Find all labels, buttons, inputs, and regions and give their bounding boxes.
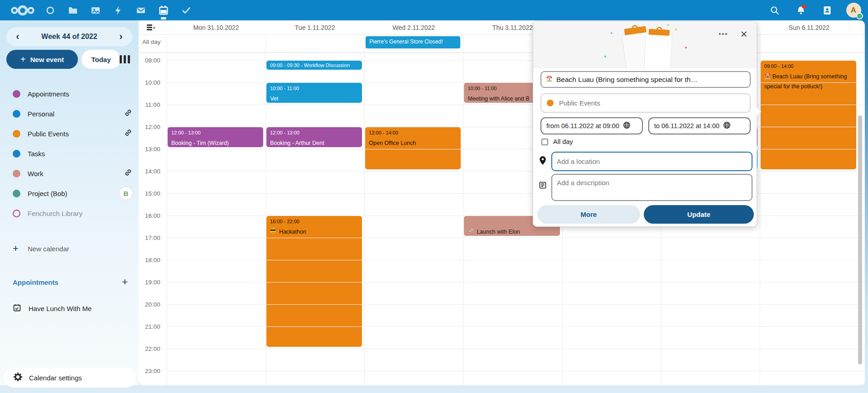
start-datetime-value: from 06.11.2022 at 09:00 <box>546 122 619 129</box>
dashboard-icon[interactable] <box>39 0 62 20</box>
all-day-checkbox[interactable] <box>541 139 548 145</box>
tasks-icon[interactable] <box>175 0 198 20</box>
hour-gridline <box>167 82 865 83</box>
notifications-bell-icon[interactable] <box>791 0 811 20</box>
calendar-event[interactable]: 09:00 - 14:00Beach Luau (Bring something… <box>761 61 856 169</box>
plus-icon: + <box>13 243 28 254</box>
hour-gridline <box>167 149 865 149</box>
calendar-label: Personal <box>28 110 124 118</box>
user-menu[interactable]: A <box>844 0 863 20</box>
day-header: Sun 6.11.2022 <box>760 20 858 34</box>
event-time: 12:00 - 14:00 <box>369 130 457 135</box>
mail-icon[interactable] <box>130 0 152 20</box>
calendar-select-label: Public Events <box>559 99 600 107</box>
calendar-event[interactable]: 12:00 - 14:00Open Office Lunch <box>365 127 461 169</box>
sunglasses-icon <box>270 227 276 236</box>
day-header: Tue 1.11.2022 <box>265 20 364 34</box>
previous-week-button[interactable]: ‹ <box>11 30 24 43</box>
calendar-label: Work <box>28 170 124 177</box>
calendar-event[interactable]: 10:00 - 11:00Vet <box>266 83 362 103</box>
close-icon[interactable]: × <box>737 28 751 40</box>
sidebar-calendar-appointments[interactable]: Appointments <box>0 84 139 104</box>
end-datetime-picker[interactable]: to 06.11.2022 at 14:00 <box>648 117 751 134</box>
time-label: 20:00 <box>139 301 167 308</box>
new-event-button[interactable]: + New event <box>6 50 78 69</box>
event-title-row <box>540 71 751 88</box>
calendar-color-dot <box>13 90 20 98</box>
day-header: Mon 31.10.2022 <box>167 20 265 34</box>
event-title-input[interactable] <box>556 76 745 84</box>
all-day-toggle[interactable]: All day <box>541 138 573 145</box>
sidebar-calendar-personal[interactable]: Personal <box>0 104 139 124</box>
calendar-label: Tasks <box>28 150 132 158</box>
calendar-settings-button[interactable]: Calendar settings <box>4 368 136 388</box>
scrollbar[interactable] <box>858 115 862 364</box>
shared-by-badge: B <box>120 187 132 200</box>
more-button[interactable]: More <box>537 205 640 224</box>
calendar-event[interactable]: 12:00 - 13:00Booking - Arthur Dent <box>266 127 362 147</box>
time-label: 23:00 <box>139 368 167 374</box>
time-label: 17:00 <box>139 235 167 241</box>
avatar[interactable]: A <box>846 3 861 18</box>
event-time: 10:00 - 11:00 <box>270 86 358 91</box>
calendar-event[interactable]: 16:00 - 22:00Hackathon <box>266 216 362 347</box>
calendar-color-dot <box>13 130 20 138</box>
appointment-link-label: Have Lunch With Me <box>29 305 92 312</box>
start-datetime-picker[interactable]: from 06.11.2022 at 09:00 <box>540 117 643 134</box>
hour-gridline <box>167 216 865 216</box>
activity-icon[interactable] <box>107 0 130 20</box>
sidebar-calendar-public-events[interactable]: Public Events <box>0 124 139 144</box>
location-input[interactable] <box>551 152 752 171</box>
view-columns-icon[interactable] <box>120 55 130 63</box>
next-week-button[interactable]: › <box>114 30 128 43</box>
collapse-columns-icon[interactable]: ‹ <box>147 24 155 31</box>
today-button[interactable]: Today <box>82 50 121 69</box>
event-time: 09:00 - 14:00 <box>764 63 853 69</box>
share-link-icon[interactable] <box>124 168 132 178</box>
status-online-icon <box>856 13 863 19</box>
time-label: 19:00 <box>139 279 167 286</box>
time-label: 21:00 <box>139 323 167 330</box>
calendar-select[interactable]: Public Events <box>540 93 751 113</box>
appointment-link-item[interactable]: Have Lunch With Me <box>0 298 139 318</box>
calendar-label: Project (Bob) <box>28 190 120 197</box>
day-column[interactable] <box>167 34 265 385</box>
timezone-globe-icon[interactable] <box>623 121 631 131</box>
clipboard-illustration <box>599 24 694 71</box>
search-icon[interactable] <box>765 0 785 20</box>
time-label: 15:00 <box>139 190 167 197</box>
new-calendar-button[interactable]: + New calendar <box>0 239 139 259</box>
hour-gridline <box>167 60 865 61</box>
day-column[interactable] <box>364 34 463 385</box>
event-time-title: 09:00 - 09:30 - Workflow Discussion <box>270 62 350 68</box>
nextcloud-logo[interactable] <box>6 0 39 20</box>
calendar-event[interactable]: 12:00 - 13:00Booking - Tim (Wizard) <box>168 127 263 147</box>
timezone-globe-icon[interactable] <box>723 121 731 131</box>
location-pin-icon <box>539 156 547 168</box>
calendar-color-dot <box>13 210 20 217</box>
new-event-label: New event <box>30 56 64 63</box>
calendar-icon[interactable] <box>152 0 175 20</box>
all-day-event[interactable]: Pierre's General Store Closed! <box>366 36 460 48</box>
sidebar-calendar-tasks[interactable]: Tasks <box>0 144 139 163</box>
hour-gridline <box>167 326 865 327</box>
notification-dot <box>802 5 806 9</box>
files-icon[interactable] <box>62 0 84 20</box>
description-icon <box>539 181 547 191</box>
calendar-check-icon <box>13 303 21 314</box>
add-appointment-button[interactable]: + <box>122 276 128 288</box>
photos-icon[interactable] <box>84 0 107 20</box>
calendar-event[interactable]: 09:00 - 09:30 - Workflow Discussion <box>266 61 362 70</box>
hour-gridline <box>167 105 865 105</box>
calendar-color-dot <box>13 190 20 197</box>
share-link-icon[interactable] <box>124 129 132 139</box>
description-input[interactable] <box>551 174 752 201</box>
share-link-icon[interactable] <box>124 109 132 119</box>
update-button[interactable]: Update <box>644 205 754 224</box>
sidebar-calendar-project-bob-[interactable]: Project (Bob)B <box>0 183 139 203</box>
sidebar-calendar-fenchurch-library[interactable]: Fenchurch Library <box>0 203 139 223</box>
more-actions-icon[interactable] <box>716 28 730 40</box>
sidebar-calendar-work[interactable]: Work <box>0 163 139 183</box>
event-editor-popup: × Public Events from 06.11.2022 at 09:00… <box>533 21 757 227</box>
contacts-icon[interactable] <box>817 0 837 20</box>
